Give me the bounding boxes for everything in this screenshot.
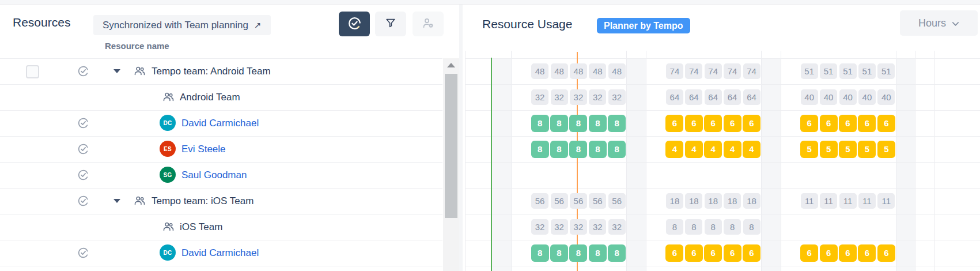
sync-team-planning-button[interactable]: Synchronized with Team planning ↗ — [93, 15, 271, 35]
usage-cell[interactable]: 48 — [531, 63, 548, 79]
usage-cell[interactable]: 48 — [570, 63, 587, 79]
usage-cell[interactable]: 4 — [665, 141, 683, 158]
usage-cell[interactable]: 18 — [685, 193, 702, 209]
usage-cell[interactable]: 11 — [839, 193, 857, 209]
usage-cell[interactable]: 48 — [551, 63, 568, 79]
usage-cell[interactable]: 8 — [550, 141, 568, 158]
usage-cell[interactable]: 64 — [666, 89, 683, 105]
usage-cell[interactable]: 8 — [724, 219, 741, 235]
usage-cell[interactable]: 6 — [665, 115, 683, 132]
usage-cell[interactable]: 51 — [839, 63, 857, 79]
units-dropdown[interactable]: Hours — [900, 10, 978, 36]
usage-cell[interactable]: 32 — [570, 89, 587, 105]
usage-cell[interactable]: 74 — [685, 63, 702, 79]
usage-cell[interactable]: 4 — [743, 141, 760, 158]
usage-cell[interactable]: 40 — [858, 89, 876, 105]
usage-cell[interactable]: 18 — [743, 193, 760, 209]
usage-cell[interactable]: 4 — [704, 141, 722, 158]
usage-cell[interactable]: 8 — [550, 115, 568, 132]
usage-cell[interactable]: 32 — [570, 219, 587, 235]
usage-cell[interactable]: 48 — [589, 63, 606, 79]
team-parent-name[interactable]: Tempo team: Android Team — [152, 66, 271, 77]
row-checkbox[interactable] — [26, 65, 39, 78]
usage-cell[interactable]: 32 — [531, 219, 548, 235]
usage-cell[interactable]: 8 — [531, 141, 549, 158]
usage-cell[interactable]: 8 — [531, 244, 549, 262]
usage-cell[interactable]: 40 — [801, 89, 818, 105]
usage-cell[interactable]: 8 — [685, 219, 702, 235]
usage-cell[interactable]: 11 — [858, 193, 876, 209]
usage-cell[interactable]: 6 — [665, 244, 683, 262]
usage-cell[interactable]: 8 — [569, 141, 587, 158]
usage-cell[interactable]: 56 — [570, 193, 587, 209]
usage-cell[interactable]: 6 — [685, 244, 703, 262]
usage-cell[interactable]: 48 — [608, 63, 626, 79]
approval-status-icon[interactable] — [77, 195, 89, 207]
usage-cell[interactable]: 6 — [839, 244, 857, 262]
usage-cell[interactable]: 6 — [704, 115, 722, 132]
usage-cell[interactable]: 6 — [858, 244, 876, 262]
usage-cell[interactable]: 6 — [839, 115, 857, 132]
usage-cell[interactable]: 32 — [608, 89, 626, 105]
usage-cell[interactable]: 6 — [800, 115, 818, 132]
usage-cell[interactable]: 11 — [877, 193, 895, 209]
resource-name-link[interactable]: Saul Goodman — [181, 170, 247, 181]
usage-cell[interactable]: 74 — [666, 63, 683, 79]
usage-cell[interactable]: 40 — [839, 89, 857, 105]
usage-cell[interactable]: 64 — [724, 89, 741, 105]
usage-cell[interactable]: 5 — [820, 141, 838, 158]
usage-cell[interactable]: 40 — [877, 89, 895, 105]
usage-cell[interactable]: 51 — [877, 63, 895, 79]
usage-cell[interactable]: 18 — [666, 193, 683, 209]
usage-cell[interactable]: 56 — [531, 193, 548, 209]
usage-cell[interactable]: 6 — [724, 244, 741, 262]
usage-cell[interactable]: 8 — [569, 244, 587, 262]
usage-cell[interactable]: 4 — [685, 141, 703, 158]
usage-cell[interactable]: 6 — [877, 115, 895, 132]
vertical-scrollbar-thumb[interactable] — [445, 74, 457, 218]
usage-cell[interactable]: 8 — [589, 115, 607, 132]
approval-status-icon[interactable] — [77, 143, 89, 155]
usage-cell[interactable]: 18 — [724, 193, 741, 209]
expand-chevron-icon[interactable] — [113, 199, 120, 203]
usage-cell[interactable]: 6 — [685, 115, 703, 132]
usage-cell[interactable]: 8 — [589, 244, 607, 262]
usage-cell[interactable]: 18 — [705, 193, 722, 209]
usage-cell[interactable]: 51 — [801, 63, 818, 79]
approval-status-icon[interactable] — [77, 247, 89, 259]
usage-cell[interactable]: 5 — [858, 141, 876, 158]
usage-cell[interactable]: 8 — [569, 115, 587, 132]
usage-cell[interactable]: 64 — [685, 89, 702, 105]
usage-cell[interactable]: 8 — [550, 244, 568, 262]
usage-cell[interactable]: 6 — [743, 115, 760, 132]
usage-cell[interactable]: 64 — [705, 89, 722, 105]
usage-cell[interactable]: 56 — [589, 193, 606, 209]
usage-cell[interactable]: 6 — [877, 244, 895, 262]
usage-cell[interactable]: 32 — [589, 219, 606, 235]
usage-cell[interactable]: 5 — [877, 141, 895, 158]
usage-cell[interactable]: 74 — [724, 63, 741, 79]
usage-cell[interactable]: 8 — [743, 219, 760, 235]
usage-cell[interactable]: 6 — [858, 115, 876, 132]
usage-cell[interactable]: 8 — [531, 115, 549, 132]
usage-cell[interactable]: 64 — [743, 89, 760, 105]
usage-cell[interactable]: 11 — [820, 193, 837, 209]
usage-cell[interactable]: 8 — [589, 141, 607, 158]
usage-cell[interactable]: 8 — [608, 244, 626, 262]
usage-cell[interactable]: 6 — [820, 244, 838, 262]
usage-cell[interactable]: 56 — [551, 193, 568, 209]
approvals-button[interactable] — [339, 12, 370, 36]
usage-cell[interactable]: 56 — [608, 193, 626, 209]
resource-name-link[interactable]: David Carmichael — [181, 118, 259, 129]
team-settings-button[interactable] — [413, 12, 444, 36]
usage-cell[interactable]: 5 — [800, 141, 818, 158]
approval-status-icon[interactable] — [77, 65, 89, 77]
usage-cell[interactable]: 32 — [589, 89, 606, 105]
usage-cell[interactable]: 51 — [858, 63, 876, 79]
usage-cell[interactable]: 6 — [743, 244, 760, 262]
usage-cell[interactable]: 6 — [704, 244, 722, 262]
usage-cell[interactable]: 8 — [705, 219, 722, 235]
filter-button[interactable] — [375, 12, 406, 36]
usage-cell[interactable]: 32 — [551, 89, 568, 105]
usage-cell[interactable]: 32 — [608, 219, 626, 235]
